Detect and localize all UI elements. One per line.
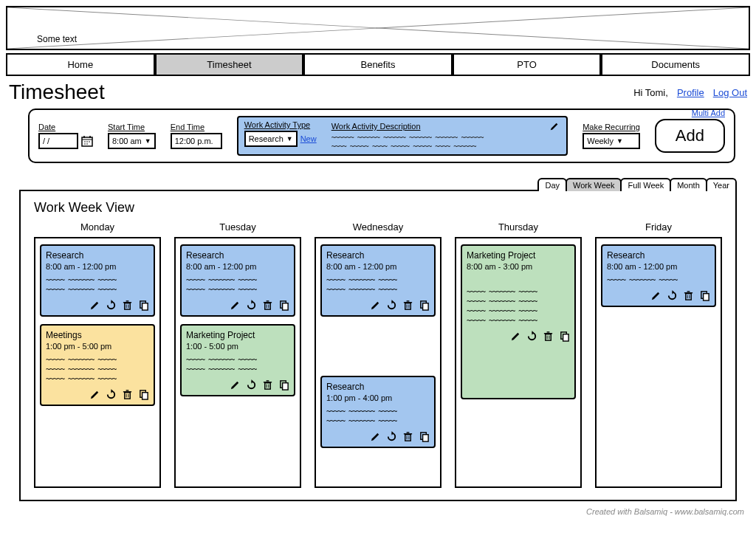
copy-icon[interactable] (698, 289, 710, 301)
card-actions (607, 289, 710, 301)
day-name: Tuesday (174, 221, 301, 233)
greeting-text: Hi Tomi, (633, 87, 668, 98)
pencil-icon[interactable] (369, 430, 381, 442)
pencil-icon[interactable] (89, 299, 100, 311)
day-box: Research8:00 am - 12:00 pm~~~~~ ~~~~~~~ … (315, 237, 441, 488)
pencil-icon[interactable] (650, 289, 662, 301)
banner-text: Some text (37, 34, 77, 44)
end-time-input[interactable]: 12:00 p.m. (171, 133, 222, 149)
pencil-icon[interactable] (369, 299, 381, 311)
add-button[interactable]: Add (655, 119, 725, 153)
logout-link[interactable]: Log Out (713, 87, 747, 98)
trash-icon[interactable] (121, 299, 133, 311)
refresh-icon[interactable] (105, 299, 117, 311)
nav-benefits[interactable]: Benefits (303, 53, 453, 76)
tab-day[interactable]: Day (537, 178, 567, 191)
card-desc: ~~~~~ ~~~~~~~ ~~~~~~~~~~ ~~~~~~~ ~~~~~ (46, 275, 149, 295)
svg-point-9 (89, 141, 90, 142)
timesheet-card[interactable]: Research8:00 am - 12:00 pm~~~~~ ~~~~~~~ … (320, 244, 436, 317)
activity-type-select[interactable]: Research▼ (244, 131, 298, 147)
pencil-icon[interactable] (229, 379, 241, 391)
tab-year[interactable]: Year (706, 178, 737, 191)
svg-rect-33 (264, 382, 270, 388)
trash-icon[interactable] (121, 388, 133, 400)
copy-icon[interactable] (418, 299, 430, 311)
timesheet-card[interactable]: Marketing Project1:00 - 5:00 pm~~~~~ ~~~… (180, 324, 295, 396)
pencil-icon[interactable] (509, 330, 521, 342)
card-desc: ~~~~~ ~~~~~~~ ~~~~~~~~~~ ~~~~~~~ ~~~~~~~… (467, 287, 570, 326)
refresh-icon[interactable] (245, 299, 257, 311)
card-actions (326, 299, 430, 311)
day-name: Thursday (455, 221, 582, 233)
copy-icon[interactable] (278, 379, 289, 391)
copy-icon[interactable] (137, 299, 149, 311)
copy-icon[interactable] (418, 430, 430, 442)
nav-timesheet[interactable]: Timesheet (155, 53, 304, 76)
copy-icon[interactable] (137, 388, 149, 400)
recurring-select[interactable]: Weekly▼ (583, 133, 640, 149)
calendar-icon[interactable] (81, 135, 93, 147)
day-column: ThursdayMarketing Project8:00 am - 3:00 … (455, 221, 582, 488)
refresh-icon[interactable] (385, 299, 397, 311)
activity-desc-text[interactable]: ~~~~~~ ~~~~~~ ~~~~~~ ~~~~~~ ~~~~~~ ~~~~~… (331, 134, 561, 151)
banner-image-placeholder: Some text (6, 6, 750, 50)
day-name: Friday (595, 221, 722, 233)
svg-rect-61 (685, 293, 691, 299)
card-time: 8:00 am - 12:00 pm (186, 262, 289, 271)
activity-type-label: Work Activity Type (244, 120, 317, 129)
date-input[interactable]: / / (38, 133, 78, 149)
refresh-icon[interactable] (245, 379, 257, 391)
copy-icon[interactable] (558, 330, 570, 342)
refresh-icon[interactable] (526, 330, 537, 342)
pencil-icon[interactable] (549, 120, 560, 132)
start-time-select[interactable]: 8:00 am▼ (108, 133, 156, 149)
trash-icon[interactable] (402, 430, 413, 442)
timesheet-card[interactable]: Research8:00 am - 12:00 pm~~~~~ ~~~~~~~ … (40, 244, 155, 317)
card-time: 1:00 pm - 4:00 pm (326, 393, 430, 402)
trash-icon[interactable] (542, 330, 554, 342)
pencil-icon[interactable] (229, 299, 241, 311)
svg-rect-26 (264, 303, 270, 309)
card-actions (186, 299, 289, 311)
day-box: Research8:00 am - 12:00 pm~~~~~ ~~~~~~~ … (34, 237, 161, 488)
timesheet-card[interactable]: Meetings1:00 pm - 5:00 pm~~~~~ ~~~~~~~ ~… (40, 324, 155, 406)
multi-add-link[interactable]: Multi Add (692, 109, 725, 117)
card-title: Marketing Project (186, 330, 289, 340)
day-column: MondayResearch8:00 am - 12:00 pm~~~~~ ~~… (34, 221, 161, 488)
card-actions (46, 299, 149, 311)
new-activity-link[interactable]: New (300, 134, 317, 143)
tab-work-week[interactable]: Work Week (566, 178, 622, 191)
day-column: TuesdayResearch8:00 am - 12:00 pm~~~~~ ~… (174, 221, 301, 488)
trash-icon[interactable] (261, 379, 273, 391)
svg-rect-67 (703, 293, 709, 300)
svg-rect-60 (563, 334, 568, 340)
timesheet-card[interactable]: Marketing Project8:00 am - 3:00 pm~~~~~ … (461, 244, 576, 399)
card-title: Meetings (46, 330, 149, 340)
card-title: Research (186, 250, 289, 261)
svg-point-11 (86, 143, 88, 145)
refresh-icon[interactable] (385, 430, 397, 442)
pencil-icon[interactable] (89, 388, 100, 400)
timesheet-card[interactable]: Research8:00 am - 12:00 pm~~~~~ ~~~~~~~ … (601, 244, 716, 307)
timesheet-card[interactable]: Research8:00 am - 12:00 pm~~~~~ ~~~~~~~ … (180, 244, 295, 317)
card-title: Research (326, 250, 430, 261)
profile-link[interactable]: Profile (677, 87, 704, 98)
view-tabs: Day Work Week Full Week Month Year (19, 178, 737, 191)
refresh-icon[interactable] (105, 388, 117, 400)
timesheet-card[interactable]: Research1:00 pm - 4:00 pm~~~~~ ~~~~~~~ ~… (320, 376, 436, 448)
svg-point-8 (86, 141, 88, 142)
trash-icon[interactable] (682, 289, 694, 301)
svg-rect-47 (405, 434, 410, 440)
svg-rect-53 (422, 434, 428, 441)
copy-icon[interactable] (278, 299, 289, 311)
svg-rect-54 (545, 334, 551, 340)
nav-pto[interactable]: PTO (453, 53, 602, 76)
refresh-icon[interactable] (666, 289, 678, 301)
trash-icon[interactable] (261, 299, 273, 311)
tab-full-week[interactable]: Full Week (620, 178, 671, 191)
svg-rect-12 (124, 303, 130, 309)
nav-home[interactable]: Home (6, 53, 155, 76)
trash-icon[interactable] (402, 299, 413, 311)
nav-documents[interactable]: Documents (601, 53, 750, 76)
tab-month[interactable]: Month (670, 178, 707, 191)
